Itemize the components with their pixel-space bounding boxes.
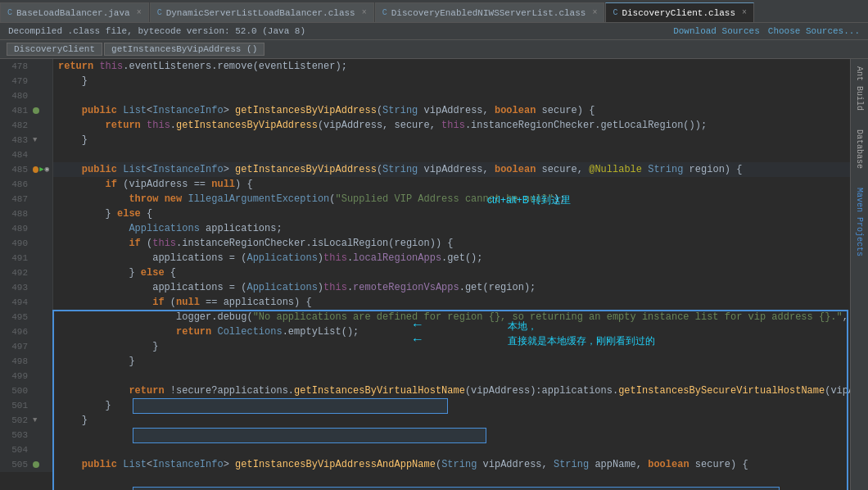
code-line-487: 487 throw new IllegalArgumentException("… <box>0 192 850 206</box>
fold-483[interactable]: ▼ <box>33 133 37 147</box>
linenum-494: 494 <box>2 295 33 310</box>
tab-label-3: DiscoveryEnabledNIWSServerList.class <box>391 8 586 18</box>
bullet-505 <box>33 461 39 468</box>
code-line-479: 479 } <box>0 74 850 88</box>
tab-discovery-client[interactable]: C DiscoveryClient.class × <box>605 2 754 22</box>
linenum-487: 487 <box>2 192 33 206</box>
linenum-492: 492 <box>2 265 33 280</box>
content-489: Applications applications; <box>53 221 850 236</box>
icons-500 <box>33 383 49 398</box>
icons-503 <box>33 428 49 442</box>
content-486: if (vipAddress == null) { <box>53 177 850 192</box>
content-485: public List<InstanceInfo> getInstancesBy… <box>53 162 850 177</box>
content-492: } else { <box>53 265 850 280</box>
content-500: return !secure?applications.getInstances… <box>53 383 850 398</box>
icons-488 <box>33 206 49 221</box>
gutter-481: 481 <box>0 103 53 118</box>
gutter-494: 494 <box>0 295 53 310</box>
code-line-492: 492 } else { <box>0 265 850 280</box>
gutter-486: 486 <box>0 177 53 192</box>
ant-build-label[interactable]: Ant Build <box>853 63 866 114</box>
gutter-485: 485 ▶ ◉ <box>0 162 53 177</box>
gutter-497: 497 <box>0 339 53 354</box>
linenum-489: 489 <box>2 221 33 236</box>
linenum-504: 504 <box>2 442 33 457</box>
tab-close-4[interactable]: × <box>742 8 747 17</box>
code-line-491: 491 applications = (Applications)this.lo… <box>0 251 850 265</box>
linenum-490: 490 <box>2 236 33 251</box>
fold-502[interactable]: ▼ <box>33 413 37 428</box>
content-503 <box>53 428 850 442</box>
code-line-499: 499 <box>0 369 850 383</box>
content-502: } <box>53 413 850 428</box>
gutter-478: 478 <box>0 59 53 74</box>
content-504 <box>53 442 850 457</box>
icons-491 <box>33 251 49 265</box>
linenum-505: 505 <box>2 457 33 472</box>
gutter-487: 487 <box>0 192 53 206</box>
download-sources-link[interactable]: Download Sources <box>673 26 760 36</box>
code-line-481: 481 public List<InstanceInfo> getInstanc… <box>0 103 850 118</box>
gutter-501: 501 <box>0 398 53 413</box>
content-483: } <box>53 133 850 147</box>
gutter-500: 500 <box>0 383 53 398</box>
tab-close-3[interactable]: × <box>592 8 597 17</box>
linenum-483: 483 <box>2 133 33 147</box>
tab-discovery-enabled[interactable]: C DiscoveryEnabledNIWSServerList.class × <box>375 2 605 22</box>
linenum-482: 482 <box>2 118 33 133</box>
code-line-485: 485 ▶ ◉ public List<InstanceInfo> getIns… <box>0 162 850 177</box>
icons-485: ▶ ◉ <box>33 162 49 177</box>
linenum-486: 486 <box>2 177 33 192</box>
source-actions: Download Sources Choose Sources... <box>673 26 860 36</box>
content-495: logger.debug("No applications are define… <box>53 310 850 324</box>
linenum-498: 498 <box>2 354 33 369</box>
content-482: return this.getInstancesByVipAddress(vip… <box>53 118 850 133</box>
content-487: throw new IllegalArgumentException("Supp… <box>53 192 850 206</box>
icons-484 <box>33 147 49 162</box>
icons-501 <box>33 398 49 413</box>
gutter-496: 496 <box>0 324 53 339</box>
content-496: return Collections.emptyList(); <box>53 324 850 339</box>
tab-close-1[interactable]: × <box>137 8 142 17</box>
gutter-490: 490 <box>0 236 53 251</box>
icons-482 <box>33 118 49 133</box>
code-line-489: 489 Applications applications; <box>0 221 850 236</box>
breadcrumb-method[interactable]: getInstancesByVipAddress () <box>104 43 264 56</box>
run-icon-485: ▶ <box>39 162 43 177</box>
tab-dynamic-server[interactable]: C DynamicServerListLoadBalancer.class × <box>150 2 374 22</box>
linenum-503: 503 <box>2 428 33 442</box>
content-499 <box>53 369 850 383</box>
linenum-478: 478 <box>2 59 33 74</box>
code-line-482: 482 return this.getInstancesByVipAddress… <box>0 118 850 133</box>
gutter-499: 499 <box>0 369 53 383</box>
icons-487 <box>33 192 49 206</box>
tab-close-2[interactable]: × <box>362 8 367 17</box>
linenum-491: 491 <box>2 251 33 265</box>
right-panel: Ant Build Database Maven Projects <box>850 59 868 490</box>
tab-label: BaseLoadBalancer.java <box>16 8 130 18</box>
tab-base-load-balancer[interactable]: C BaseLoadBalancer.java × <box>0 2 149 22</box>
choose-sources-link[interactable]: Choose Sources... <box>768 26 860 36</box>
icons-479 <box>33 74 49 88</box>
code-line-503: 503 <box>0 428 850 442</box>
code-area[interactable]: ctrl+alt+B 转到这里 本地， 直接就是本地缓存，刚刚看到过的 ← ← … <box>0 59 850 490</box>
tab-label-4: DiscoveryClient.class <box>622 8 735 18</box>
database-label[interactable]: Database <box>853 126 866 172</box>
linenum-480: 480 <box>2 88 33 103</box>
linenum-488: 488 <box>2 206 33 221</box>
gutter-498: 498 <box>0 354 53 369</box>
linenum-484: 484 <box>2 147 33 162</box>
breadcrumb-class[interactable]: DiscoveryClient <box>7 43 102 56</box>
maven-projects-label[interactable]: Maven Projects <box>853 184 866 260</box>
linenum-479: 479 <box>2 74 33 88</box>
code-line-495: 495 logger.debug("No applications are de… <box>0 310 850 324</box>
icons-493 <box>33 280 49 295</box>
content-497: } <box>53 339 850 354</box>
icons-490 <box>33 236 49 251</box>
class-icon-2: C <box>157 8 162 17</box>
gutter-482: 482 <box>0 118 53 133</box>
icons-499 <box>33 369 49 383</box>
icons-486 <box>33 177 49 192</box>
linenum-501: 501 <box>2 398 33 413</box>
gutter-484: 484 <box>0 147 53 162</box>
